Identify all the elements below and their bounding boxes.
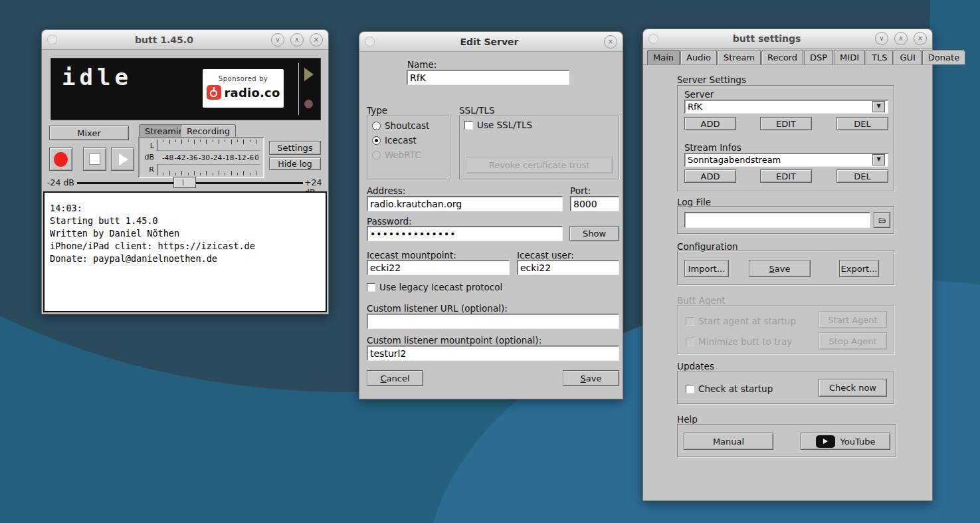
tab-main[interactable]: Main xyxy=(647,50,680,64)
legacy-protocol-checkbox[interactable]: Use legacy Icecast protocol xyxy=(367,282,502,292)
name-label: Name: xyxy=(407,59,437,70)
tab-dsp[interactable]: DSP xyxy=(804,50,833,64)
record-icon xyxy=(54,152,68,167)
stream-infos-select[interactable]: Sonntagabendstream ▼ xyxy=(684,153,888,167)
tab-audio[interactable]: Audio xyxy=(680,50,717,64)
status-display: idle Sponsored by radio.co xyxy=(50,58,321,120)
listener-url-input[interactable] xyxy=(367,314,619,329)
stop-button[interactable] xyxy=(83,148,106,171)
radio-icon xyxy=(372,122,381,130)
name-input[interactable] xyxy=(407,70,569,85)
address-label: Address: xyxy=(367,185,405,196)
youtube-button[interactable]: YouTube xyxy=(801,433,890,450)
chevron-down-icon[interactable]: ▼ xyxy=(872,101,885,112)
settings-titlebar[interactable]: butt settings ∨ ∧ × xyxy=(643,29,932,49)
log-file-group xyxy=(677,206,894,234)
manual-button[interactable]: Manual xyxy=(684,433,773,450)
vu-meter: L dB R -48-42-36-30-24-18-12-60 xyxy=(138,137,264,178)
shade-icon[interactable]: ∨ xyxy=(875,32,888,45)
stream-del-button[interactable]: DEL xyxy=(836,169,888,183)
export-button[interactable]: Export... xyxy=(839,260,879,277)
ssl-label: SSL/TLS xyxy=(459,105,495,116)
vu-right-channel-ticks xyxy=(157,164,260,175)
log-file-browse-button[interactable] xyxy=(874,212,890,228)
hide-log-button[interactable]: Hide log xyxy=(269,157,321,170)
minimize-to-tray-checkbox: Minimize butt to tray xyxy=(686,336,792,347)
tab-donate[interactable]: Donate xyxy=(922,50,965,64)
icecast-user-input[interactable] xyxy=(517,260,619,275)
record-status-led-icon xyxy=(304,100,313,108)
record-button[interactable] xyxy=(49,148,72,171)
log-line: iPhone/iPad client: https://izicast.de xyxy=(50,240,320,253)
server-del-button[interactable]: DEL xyxy=(836,117,888,130)
stream-infos-label: Stream Infos xyxy=(684,142,741,153)
log-file-input[interactable] xyxy=(684,212,870,228)
tab-stream[interactable]: Stream xyxy=(718,50,761,64)
tab-recording[interactable]: Recording xyxy=(181,124,236,137)
config-save-button[interactable]: Save xyxy=(749,260,811,277)
sponsor-banner[interactable]: Sponsored by radio.co xyxy=(203,69,284,108)
unshade-icon[interactable]: ∧ xyxy=(290,33,304,47)
tab-tls[interactable]: TLS xyxy=(866,50,893,64)
cancel-button[interactable]: Cancel xyxy=(367,370,423,386)
tab-gui[interactable]: GUI xyxy=(894,50,921,64)
gain-slider-handle[interactable] xyxy=(173,177,196,188)
radio-webrtc: WebRTC xyxy=(372,150,421,160)
mixer-button[interactable]: Mixer xyxy=(49,126,129,140)
server-select[interactable]: RfK ▼ xyxy=(684,100,888,114)
import-button[interactable]: Import... xyxy=(684,260,729,277)
edit-server-dialog: Edit Server × Name: Type Shoutcast Iceca… xyxy=(359,31,623,399)
close-icon[interactable]: × xyxy=(604,35,617,49)
main-window-title: butt 1.45.0 xyxy=(57,35,271,45)
start-agent-button: Start Agent xyxy=(819,311,887,328)
radio-shoutcast[interactable]: Shoutcast xyxy=(372,120,429,131)
settings-button[interactable]: Settings xyxy=(269,141,321,155)
help-label: Help xyxy=(677,414,698,425)
vu-db-label: dB xyxy=(141,153,154,161)
stop-icon xyxy=(90,154,100,164)
edit-server-titlebar[interactable]: Edit Server × xyxy=(359,32,623,52)
play-button[interactable] xyxy=(111,148,134,171)
server-add-button[interactable]: ADD xyxy=(684,117,736,130)
password-input[interactable] xyxy=(367,226,563,241)
listener-mountpoint-input[interactable] xyxy=(367,346,619,361)
tab-midi[interactable]: MIDI xyxy=(834,50,865,64)
stream-add-button[interactable]: ADD xyxy=(684,169,736,183)
server-edit-button[interactable]: EDIT xyxy=(760,117,812,130)
check-now-button[interactable]: Check now xyxy=(819,379,887,397)
folder-icon xyxy=(878,216,886,225)
check-at-startup-checkbox[interactable]: Check at startup xyxy=(686,383,773,394)
chevron-down-icon[interactable]: ▼ xyxy=(872,154,885,165)
address-input[interactable] xyxy=(367,196,563,211)
port-input[interactable] xyxy=(570,196,619,211)
radio-icecast[interactable]: Icecast xyxy=(372,135,417,146)
use-ssl-checkbox[interactable]: Use SSL/TLS xyxy=(464,120,532,130)
close-icon[interactable]: × xyxy=(310,33,323,47)
radio-disabled-icon xyxy=(372,151,381,159)
checkbox-icon xyxy=(367,283,375,292)
checkbox-icon xyxy=(686,385,694,393)
vu-left-channel-ticks xyxy=(157,140,260,151)
tab-content-divider xyxy=(643,64,932,65)
tab-record[interactable]: Record xyxy=(761,50,803,64)
mountpoint-input[interactable] xyxy=(367,260,510,275)
log-line: Written by Daniel Nöthen xyxy=(50,227,320,240)
checkbox-disabled-icon xyxy=(686,317,694,326)
show-password-button[interactable]: Show xyxy=(569,226,619,241)
close-icon[interactable]: × xyxy=(914,32,927,45)
sponsor-brand: radio.co xyxy=(225,86,280,100)
shade-icon[interactable]: ∨ xyxy=(271,33,284,47)
checkbox-disabled-icon xyxy=(686,338,694,346)
vu-right-label: R xyxy=(141,165,154,174)
password-label: Password: xyxy=(367,216,412,227)
stop-agent-button: Stop Agent xyxy=(819,332,887,350)
main-window-titlebar[interactable]: butt 1.45.0 ∨ ∧ × xyxy=(42,30,328,50)
save-button[interactable]: Save xyxy=(563,370,619,386)
log-output: 14:03: Starting butt 1.45.0 Written by D… xyxy=(43,191,327,312)
play-icon xyxy=(119,154,128,165)
stream-edit-button[interactable]: EDIT xyxy=(760,169,812,183)
revoke-certificate-button: Revoke certificate trust xyxy=(466,157,613,173)
butt-agent-label: Butt Agent xyxy=(677,295,726,306)
unshade-icon[interactable]: ∧ xyxy=(894,32,908,45)
stream-status-play-icon xyxy=(304,68,314,81)
